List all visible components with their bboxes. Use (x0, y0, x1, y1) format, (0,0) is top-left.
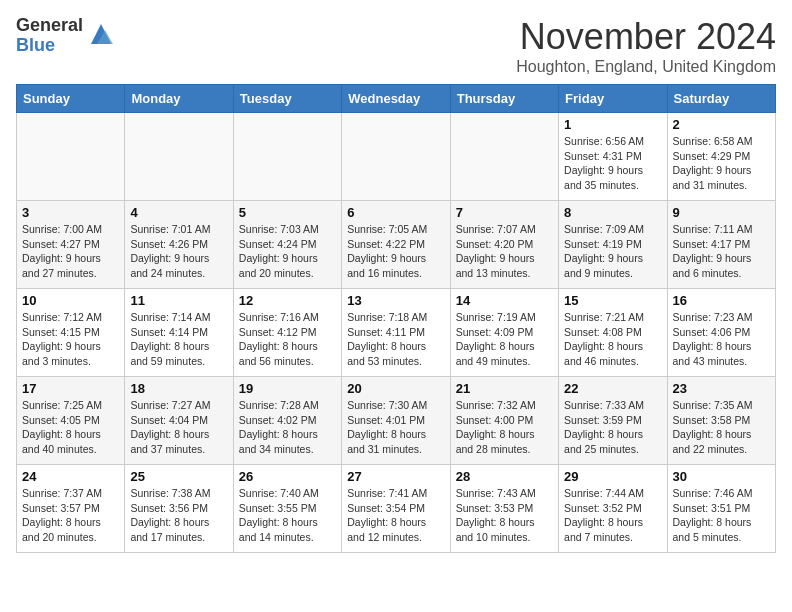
calendar-cell: 19Sunrise: 7:28 AM Sunset: 4:02 PM Dayli… (233, 377, 341, 465)
day-info: Sunrise: 7:43 AM Sunset: 3:53 PM Dayligh… (456, 486, 553, 545)
day-number: 27 (347, 469, 444, 484)
calendar-cell: 21Sunrise: 7:32 AM Sunset: 4:00 PM Dayli… (450, 377, 558, 465)
day-info: Sunrise: 7:03 AM Sunset: 4:24 PM Dayligh… (239, 222, 336, 281)
calendar-cell: 1Sunrise: 6:56 AM Sunset: 4:31 PM Daylig… (559, 113, 667, 201)
day-info: Sunrise: 7:30 AM Sunset: 4:01 PM Dayligh… (347, 398, 444, 457)
day-info: Sunrise: 7:18 AM Sunset: 4:11 PM Dayligh… (347, 310, 444, 369)
calendar-cell: 16Sunrise: 7:23 AM Sunset: 4:06 PM Dayli… (667, 289, 775, 377)
header-thursday: Thursday (450, 85, 558, 113)
logo-icon (87, 20, 115, 48)
day-number: 20 (347, 381, 444, 396)
header-tuesday: Tuesday (233, 85, 341, 113)
day-info: Sunrise: 7:33 AM Sunset: 3:59 PM Dayligh… (564, 398, 661, 457)
calendar-cell: 20Sunrise: 7:30 AM Sunset: 4:01 PM Dayli… (342, 377, 450, 465)
day-number: 6 (347, 205, 444, 220)
day-number: 5 (239, 205, 336, 220)
day-number: 17 (22, 381, 119, 396)
day-info: Sunrise: 7:19 AM Sunset: 4:09 PM Dayligh… (456, 310, 553, 369)
day-number: 4 (130, 205, 227, 220)
day-number: 7 (456, 205, 553, 220)
day-number: 19 (239, 381, 336, 396)
day-info: Sunrise: 7:35 AM Sunset: 3:58 PM Dayligh… (673, 398, 770, 457)
day-number: 18 (130, 381, 227, 396)
day-number: 23 (673, 381, 770, 396)
day-number: 30 (673, 469, 770, 484)
calendar-cell: 7Sunrise: 7:07 AM Sunset: 4:20 PM Daylig… (450, 201, 558, 289)
logo-general-text: General (16, 16, 83, 36)
day-info: Sunrise: 7:32 AM Sunset: 4:00 PM Dayligh… (456, 398, 553, 457)
calendar-cell: 12Sunrise: 7:16 AM Sunset: 4:12 PM Dayli… (233, 289, 341, 377)
day-number: 15 (564, 293, 661, 308)
week-row-3: 10Sunrise: 7:12 AM Sunset: 4:15 PM Dayli… (17, 289, 776, 377)
calendar-cell: 30Sunrise: 7:46 AM Sunset: 3:51 PM Dayli… (667, 465, 775, 553)
day-info: Sunrise: 7:27 AM Sunset: 4:04 PM Dayligh… (130, 398, 227, 457)
header-monday: Monday (125, 85, 233, 113)
day-info: Sunrise: 7:23 AM Sunset: 4:06 PM Dayligh… (673, 310, 770, 369)
calendar-cell: 22Sunrise: 7:33 AM Sunset: 3:59 PM Dayli… (559, 377, 667, 465)
logo: General Blue (16, 16, 115, 56)
day-info: Sunrise: 7:37 AM Sunset: 3:57 PM Dayligh… (22, 486, 119, 545)
calendar-cell (125, 113, 233, 201)
calendar-cell: 11Sunrise: 7:14 AM Sunset: 4:14 PM Dayli… (125, 289, 233, 377)
day-number: 26 (239, 469, 336, 484)
day-number: 2 (673, 117, 770, 132)
header-wednesday: Wednesday (342, 85, 450, 113)
calendar-cell: 8Sunrise: 7:09 AM Sunset: 4:19 PM Daylig… (559, 201, 667, 289)
location: Houghton, England, United Kingdom (516, 58, 776, 76)
calendar-cell: 17Sunrise: 7:25 AM Sunset: 4:05 PM Dayli… (17, 377, 125, 465)
day-info: Sunrise: 7:44 AM Sunset: 3:52 PM Dayligh… (564, 486, 661, 545)
day-info: Sunrise: 7:40 AM Sunset: 3:55 PM Dayligh… (239, 486, 336, 545)
calendar-cell: 10Sunrise: 7:12 AM Sunset: 4:15 PM Dayli… (17, 289, 125, 377)
day-info: Sunrise: 7:01 AM Sunset: 4:26 PM Dayligh… (130, 222, 227, 281)
calendar-cell: 23Sunrise: 7:35 AM Sunset: 3:58 PM Dayli… (667, 377, 775, 465)
week-row-2: 3Sunrise: 7:00 AM Sunset: 4:27 PM Daylig… (17, 201, 776, 289)
day-number: 10 (22, 293, 119, 308)
header-saturday: Saturday (667, 85, 775, 113)
day-info: Sunrise: 7:21 AM Sunset: 4:08 PM Dayligh… (564, 310, 661, 369)
calendar-cell (450, 113, 558, 201)
day-number: 12 (239, 293, 336, 308)
day-number: 25 (130, 469, 227, 484)
calendar-cell: 27Sunrise: 7:41 AM Sunset: 3:54 PM Dayli… (342, 465, 450, 553)
title-section: November 2024 Houghton, England, United … (516, 16, 776, 76)
day-number: 21 (456, 381, 553, 396)
day-info: Sunrise: 6:58 AM Sunset: 4:29 PM Dayligh… (673, 134, 770, 193)
week-row-1: 1Sunrise: 6:56 AM Sunset: 4:31 PM Daylig… (17, 113, 776, 201)
day-info: Sunrise: 7:38 AM Sunset: 3:56 PM Dayligh… (130, 486, 227, 545)
calendar-cell: 28Sunrise: 7:43 AM Sunset: 3:53 PM Dayli… (450, 465, 558, 553)
calendar-cell: 5Sunrise: 7:03 AM Sunset: 4:24 PM Daylig… (233, 201, 341, 289)
day-info: Sunrise: 7:25 AM Sunset: 4:05 PM Dayligh… (22, 398, 119, 457)
day-info: Sunrise: 7:11 AM Sunset: 4:17 PM Dayligh… (673, 222, 770, 281)
month-title: November 2024 (516, 16, 776, 58)
week-row-4: 17Sunrise: 7:25 AM Sunset: 4:05 PM Dayli… (17, 377, 776, 465)
calendar-cell (342, 113, 450, 201)
calendar-cell: 14Sunrise: 7:19 AM Sunset: 4:09 PM Dayli… (450, 289, 558, 377)
logo-blue-text: Blue (16, 36, 83, 56)
week-row-5: 24Sunrise: 7:37 AM Sunset: 3:57 PM Dayli… (17, 465, 776, 553)
day-number: 16 (673, 293, 770, 308)
day-number: 29 (564, 469, 661, 484)
day-info: Sunrise: 7:14 AM Sunset: 4:14 PM Dayligh… (130, 310, 227, 369)
calendar-cell: 26Sunrise: 7:40 AM Sunset: 3:55 PM Dayli… (233, 465, 341, 553)
page-header: General Blue November 2024 Houghton, Eng… (16, 16, 776, 76)
day-number: 1 (564, 117, 661, 132)
day-info: Sunrise: 7:05 AM Sunset: 4:22 PM Dayligh… (347, 222, 444, 281)
day-number: 22 (564, 381, 661, 396)
calendar-table: SundayMondayTuesdayWednesdayThursdayFrid… (16, 84, 776, 553)
calendar-cell: 6Sunrise: 7:05 AM Sunset: 4:22 PM Daylig… (342, 201, 450, 289)
calendar-header-row: SundayMondayTuesdayWednesdayThursdayFrid… (17, 85, 776, 113)
calendar-cell: 9Sunrise: 7:11 AM Sunset: 4:17 PM Daylig… (667, 201, 775, 289)
calendar-cell: 2Sunrise: 6:58 AM Sunset: 4:29 PM Daylig… (667, 113, 775, 201)
calendar-cell: 15Sunrise: 7:21 AM Sunset: 4:08 PM Dayli… (559, 289, 667, 377)
calendar-cell: 13Sunrise: 7:18 AM Sunset: 4:11 PM Dayli… (342, 289, 450, 377)
calendar-cell: 29Sunrise: 7:44 AM Sunset: 3:52 PM Dayli… (559, 465, 667, 553)
day-info: Sunrise: 7:09 AM Sunset: 4:19 PM Dayligh… (564, 222, 661, 281)
calendar-cell (17, 113, 125, 201)
day-info: Sunrise: 7:07 AM Sunset: 4:20 PM Dayligh… (456, 222, 553, 281)
day-number: 3 (22, 205, 119, 220)
day-number: 11 (130, 293, 227, 308)
day-info: Sunrise: 6:56 AM Sunset: 4:31 PM Dayligh… (564, 134, 661, 193)
calendar-cell: 3Sunrise: 7:00 AM Sunset: 4:27 PM Daylig… (17, 201, 125, 289)
day-info: Sunrise: 7:12 AM Sunset: 4:15 PM Dayligh… (22, 310, 119, 369)
day-info: Sunrise: 7:28 AM Sunset: 4:02 PM Dayligh… (239, 398, 336, 457)
